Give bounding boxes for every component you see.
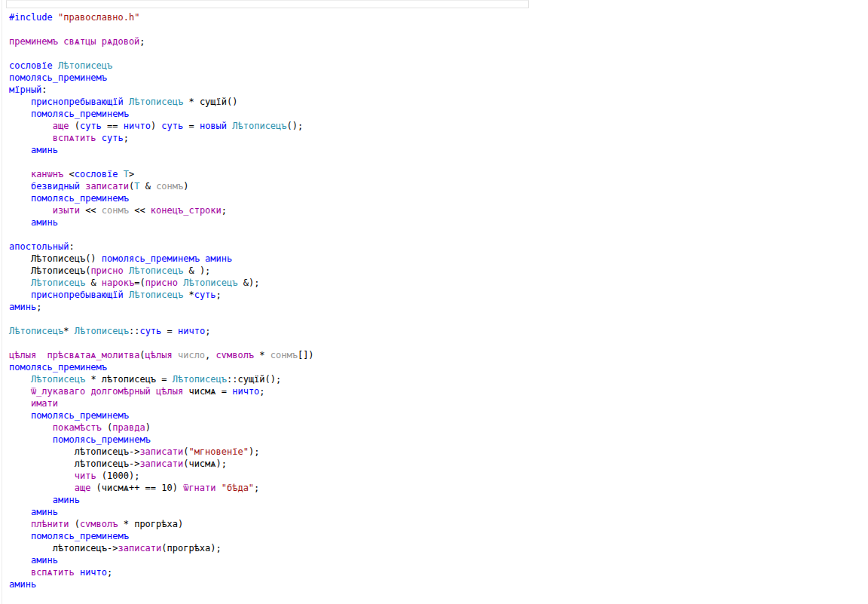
- code-token-plain: &);: [238, 277, 260, 288]
- code-token-type: Лѣтописецъ: [75, 326, 129, 336]
- code-token-kw: ничто: [124, 121, 151, 131]
- code-token-plain: (: [69, 121, 79, 131]
- code-token-type: Лѣтописецъ: [9, 326, 63, 336]
- code-line: [9, 228, 853, 241]
- code-token-plain: *: [254, 350, 270, 360]
- code-token-plain: [9, 410, 31, 421]
- code-token-plain: [9, 555, 31, 566]
- code-line: Лѣтописецъ & нарокъ=(присно Лѣтописецъ &…: [9, 277, 853, 289]
- code-token-kw: суть: [102, 133, 124, 143]
- code-token-kw: ничто: [80, 567, 107, 578]
- code-token-plain: [9, 277, 31, 288]
- code-token-plain: :: [41, 84, 47, 95]
- code-token-plain: []): [298, 350, 314, 360]
- code-line: аминь: [9, 578, 853, 590]
- code-token-plain: ): [145, 422, 151, 433]
- code-token-plain: (чисмѧ++ == 10): [90, 483, 183, 493]
- code-token-plain: [124, 290, 129, 300]
- code-line: помолясь_преминемъ: [9, 108, 853, 120]
- code-token-plain: лѣтописецъ->: [9, 543, 118, 553]
- code-line: Лѣтописецъ * лѣтописецъ = Лѣтописецъ::су…: [9, 373, 853, 385]
- code-line: помолясь_преминемъ: [9, 361, 853, 373]
- code-line: покамѣстъ (правда): [9, 422, 853, 434]
- code-token-plain: [9, 109, 31, 119]
- code-token-plain: [9, 193, 31, 204]
- code-line: имати: [9, 397, 853, 409]
- code-token-kw: аминь: [31, 507, 58, 517]
- code-line: [9, 23, 853, 35]
- code-line: сословїе Лѣтописецъ: [9, 60, 853, 72]
- code-token-macro: цѣлыя: [9, 350, 36, 360]
- code-line: помолясь_преминемъ: [9, 72, 853, 84]
- code-token-type: Лѣтописецъ: [232, 121, 286, 131]
- code-line: аминь: [9, 506, 853, 518]
- code-token-kw: аминь: [31, 217, 58, 228]
- code-token-kw: суть: [194, 290, 216, 300]
- code-token-plain: [124, 265, 129, 276]
- code-line: [9, 156, 853, 168]
- code-line: помолясь_преминемъ: [9, 192, 853, 204]
- code-token-plain: * сущїй(): [183, 97, 237, 107]
- code-token-plain: [36, 350, 47, 360]
- code-token-plain: чисмѧ =: [183, 386, 232, 397]
- code-token-kw: помолясь_преминемъ: [9, 362, 107, 373]
- code-line: помолясь_преминемъ: [9, 530, 853, 542]
- code-token-plain: [216, 483, 222, 493]
- code-line: приснопребывающїй Лѣтописецъ * сущїй(): [9, 96, 853, 108]
- code-token-plain: *: [63, 326, 74, 336]
- code-editor-area[interactable]: #include "православно.h" преминемъ свѧтц…: [9, 11, 853, 590]
- code-line: Лѣтописецъ* Лѣтописецъ::суть = ничто;: [9, 325, 853, 337]
- code-token-plain: ;: [205, 326, 210, 336]
- code-token-plain: [53, 12, 58, 23]
- code-token-kw: помолясь_преминемъ: [31, 410, 129, 421]
- code-token-plain: =: [161, 326, 178, 336]
- code-token-plain: =(: [134, 277, 145, 288]
- code-token-plain: >: [129, 169, 134, 179]
- code-token-plain: :: [69, 241, 74, 252]
- code-token-macro: записати: [139, 446, 183, 457]
- code-token-plain: * прогрѣха): [118, 519, 184, 529]
- code-token-plain: *: [183, 290, 194, 300]
- code-line: канѡнъ <сословїе T>: [9, 168, 853, 180]
- code-token-kw: приснопребывающїй: [31, 97, 124, 107]
- code-line: Лѣтописецъ() помолясь_преминемъ аминь: [9, 253, 853, 265]
- code-token-plain: [9, 507, 31, 517]
- code-token-param: сонмъ: [102, 205, 129, 216]
- code-token-kw: суть: [139, 326, 161, 336]
- code-token-kw: помолясь_преминемъ: [31, 193, 129, 204]
- code-token-plain: ;: [222, 205, 227, 216]
- code-line: помолясь_преминемъ: [9, 409, 853, 422]
- code-token-kw: апостольный: [9, 241, 69, 252]
- code-line: аминь: [9, 144, 853, 156]
- code-token-param: сонмъ: [270, 350, 298, 360]
- code-token-macro: присно: [90, 265, 123, 276]
- code-line: мїрный:: [9, 84, 853, 96]
- code-token-plain: [96, 133, 102, 143]
- code-token-plain: [9, 133, 53, 143]
- code-token-plain: [124, 97, 129, 107]
- code-line: безвидный записати(T & сонмъ): [9, 180, 853, 192]
- code-token-macro: записати: [139, 458, 183, 469]
- code-token-macro: долгомѣрный: [90, 386, 150, 397]
- code-token-type: Лѣтописецъ: [31, 277, 85, 288]
- code-token-plain: [9, 471, 75, 481]
- code-token-macro: плѣнити: [31, 519, 69, 529]
- code-line: чить (1000);: [9, 470, 853, 482]
- code-line: аминь: [9, 216, 853, 228]
- code-token-plain: [75, 567, 80, 578]
- code-token-plain: &: [85, 277, 102, 288]
- code-token-plain: <: [63, 169, 74, 179]
- code-token-macro: вспѧтить: [31, 567, 75, 578]
- code-token-kw: мїрный: [9, 84, 41, 95]
- horizontal-scrollbar-track[interactable]: [6, 0, 529, 8]
- code-token-type: Лѣтописецъ: [129, 265, 183, 276]
- code-token-kw: суть: [80, 121, 102, 131]
- code-token-kw: аминь: [9, 302, 36, 312]
- code-token-macro: ѿгнати: [183, 483, 215, 493]
- code-line: аще (суть == ничто) суть = новый Лѣтопис…: [9, 120, 853, 132]
- code-line: цѣлыя прѣсвѧтаѧ_молитва(цѣлыя число, сѵм…: [9, 349, 853, 361]
- code-token-string: "бѣда": [222, 483, 254, 493]
- code-token-macro: нарокъ: [102, 277, 134, 288]
- code-token-plain: (: [102, 422, 112, 433]
- code-token-string: "православно.h": [58, 12, 139, 23]
